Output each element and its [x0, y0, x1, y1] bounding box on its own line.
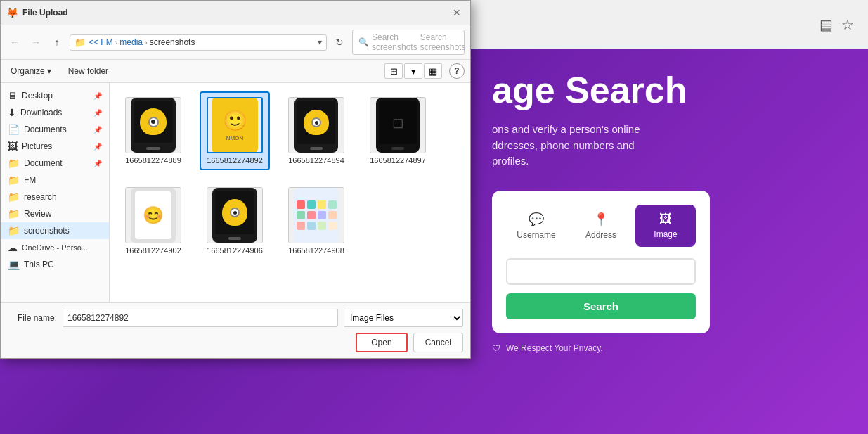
- file-item-1665812274892[interactable]: 🙂 NMON 1665812274892: [200, 91, 270, 170]
- search-icon: 🔍: [358, 37, 369, 47]
- tab-address[interactable]: 📍 Address: [571, 205, 631, 247]
- sidebar-item-review[interactable]: 📁 Review: [1, 205, 109, 222]
- sidebar-item-onedrive[interactable]: ☁ OneDrive - Perso...: [1, 239, 109, 256]
- view-options: ⊞ ▾ ▦: [384, 63, 442, 79]
- back-button[interactable]: ←: [6, 34, 23, 51]
- pin-icon-downloads: 📌: [93, 109, 102, 117]
- file-item-1665812274908[interactable]: 1665812274908: [281, 181, 351, 260]
- filename-row: File name: Image Files All Files: [8, 309, 463, 327]
- pin-icon-documents: 📌: [93, 126, 102, 134]
- username-icon: 💬: [529, 212, 544, 227]
- file-thumb-3: [288, 97, 344, 153]
- webpage-title: age Search: [492, 70, 847, 110]
- webpage-topbar: ▤ ☆: [471, 0, 868, 49]
- sidebar-item-documents[interactable]: 📄 Documents 📌: [1, 121, 109, 138]
- files-area[interactable]: 1665812274889 🙂 NMON 1665812274892: [110, 83, 470, 302]
- file-label-4: 1665812274897: [370, 156, 426, 165]
- refresh-button[interactable]: ↻: [331, 34, 348, 51]
- crumb-current: screenshots: [150, 37, 195, 47]
- thispc-icon: 💻: [8, 259, 20, 270]
- webpage-description: ons and verify a person's online ddresse…: [492, 122, 847, 170]
- sidebar-item-fm[interactable]: 📁 FM: [1, 172, 109, 189]
- file-thumb-4: ◻: [370, 97, 426, 153]
- open-button[interactable]: Open: [356, 333, 407, 352]
- downloads-icon: ⬇: [8, 107, 16, 118]
- cancel-button[interactable]: Cancel: [413, 333, 463, 352]
- tab-image[interactable]: 🖼 Image: [635, 205, 696, 247]
- close-button[interactable]: ✕: [449, 5, 465, 20]
- documents-icon: 📄: [8, 124, 20, 135]
- file-thumb-7: [288, 187, 344, 243]
- review-folder-icon: 📁: [8, 208, 20, 219]
- folder-address-icon: 📁: [75, 37, 86, 48]
- pin-icon-pictures: 📌: [93, 143, 102, 151]
- help-button[interactable]: ?: [449, 63, 465, 79]
- file-label-3: 1665812274894: [288, 156, 344, 165]
- file-label-5: 1665812274902: [125, 246, 181, 255]
- view-grid-button[interactable]: ⊞: [384, 63, 403, 79]
- forward-button[interactable]: →: [27, 34, 44, 51]
- file-item-1665812274902[interactable]: 😊 1665812274902: [118, 181, 188, 260]
- main-content: 🖥 Desktop 📌 ⬇ Downloads 📌 📄 Documents 📌 …: [1, 83, 470, 302]
- file-label-1: 1665812274889: [125, 156, 181, 165]
- search-button[interactable]: Search: [506, 293, 696, 319]
- firefox-icon: 🦊: [6, 7, 18, 18]
- view-dropdown-button[interactable]: ▾: [404, 63, 422, 79]
- sidebar-item-screenshots[interactable]: 📁 screenshots: [1, 222, 109, 239]
- document-folder-icon: 📁: [8, 158, 20, 169]
- sidebar-item-document[interactable]: 📁 Document 📌: [1, 155, 109, 172]
- organize-dropdown-icon: ▾: [47, 66, 51, 76]
- search-input[interactable]: [506, 258, 696, 285]
- image-icon: 🖼: [659, 212, 672, 226]
- search-tabs: 💬 Username 📍 Address 🖼 Image: [506, 205, 696, 247]
- filename-input[interactable]: [63, 309, 338, 327]
- title-bar: 🦊 File Upload ✕: [1, 1, 470, 25]
- reader-view-icon[interactable]: ▤: [820, 16, 833, 33]
- screenshots-folder-icon: 📁: [8, 225, 20, 236]
- webpage-content: age Search ons and verify a person's onl…: [471, 49, 868, 434]
- up-button[interactable]: ↑: [48, 34, 65, 51]
- breadcrumb: << FM › media › screenshots: [89, 37, 315, 47]
- fm-icon: 📁: [8, 174, 20, 186]
- file-label-2: 1665812274892: [207, 156, 263, 165]
- shield-icon: 🛡: [492, 343, 500, 353]
- crumb-fm[interactable]: << FM: [89, 37, 113, 47]
- pictures-icon: 🖼: [8, 141, 18, 152]
- sidebar-item-pictures[interactable]: 🖼 Pictures 📌: [1, 138, 109, 155]
- pin-icon-desktop: 📌: [93, 92, 102, 100]
- file-thumb-1: [125, 97, 181, 153]
- crumb-media[interactable]: media: [119, 37, 143, 47]
- address-dropdown-icon[interactable]: ▾: [318, 37, 322, 47]
- filetype-select[interactable]: Image Files All Files: [344, 309, 463, 327]
- privacy-note: 🛡 We Respect Your Privacy.: [492, 343, 847, 353]
- sidebar-item-desktop[interactable]: 🖥 Desktop 📌: [1, 87, 109, 104]
- onedrive-icon: ☁: [8, 242, 18, 253]
- file-label-6: 1665812274906: [207, 246, 263, 255]
- sidebar-item-research[interactable]: 📁 research: [1, 189, 109, 205]
- pin-icon-document: 📌: [93, 160, 102, 167]
- file-item-1665812274897[interactable]: ◻ 1665812274897: [363, 91, 433, 170]
- toolbar-row: Organize ▾ New folder ⊞ ▾ ▦ ?: [1, 60, 470, 83]
- new-folder-button[interactable]: New folder: [63, 64, 114, 78]
- view-panel-button[interactable]: ▦: [424, 63, 442, 79]
- search-field[interactable]: 🔍 Search screenshots Search screenshots: [352, 30, 465, 55]
- bookmark-icon[interactable]: ☆: [841, 16, 854, 33]
- filename-label: File name:: [8, 313, 57, 323]
- sidebar-item-downloads[interactable]: ⬇ Downloads 📌: [1, 104, 109, 121]
- file-item-1665812274906[interactable]: 1665812274906: [200, 181, 270, 260]
- organize-button[interactable]: Organize ▾: [6, 64, 56, 78]
- desktop-icon: 🖥: [8, 90, 18, 101]
- search-card: 💬 Username 📍 Address 🖼 Image Search: [492, 191, 710, 333]
- file-thumb-6: [207, 187, 263, 243]
- file-item-1665812274894[interactable]: 1665812274894: [281, 91, 351, 170]
- files-grid: 1665812274889 🙂 NMON 1665812274892: [118, 91, 462, 260]
- file-label-7: 1665812274908: [288, 246, 344, 255]
- address-field[interactable]: 📁 << FM › media › screenshots ▾: [70, 34, 327, 51]
- dialog-title: File Upload: [22, 8, 445, 18]
- file-item-1665812274889[interactable]: 1665812274889: [118, 91, 188, 170]
- address-bar-row: ← → ↑ 📁 << FM › media › screenshots ▾ ↻ …: [1, 25, 470, 60]
- tab-username[interactable]: 💬 Username: [506, 205, 566, 247]
- sidebar: 🖥 Desktop 📌 ⬇ Downloads 📌 📄 Documents 📌 …: [1, 83, 110, 302]
- sidebar-item-thispc[interactable]: 💻 This PC: [1, 256, 109, 273]
- address-icon: 📍: [593, 212, 609, 227]
